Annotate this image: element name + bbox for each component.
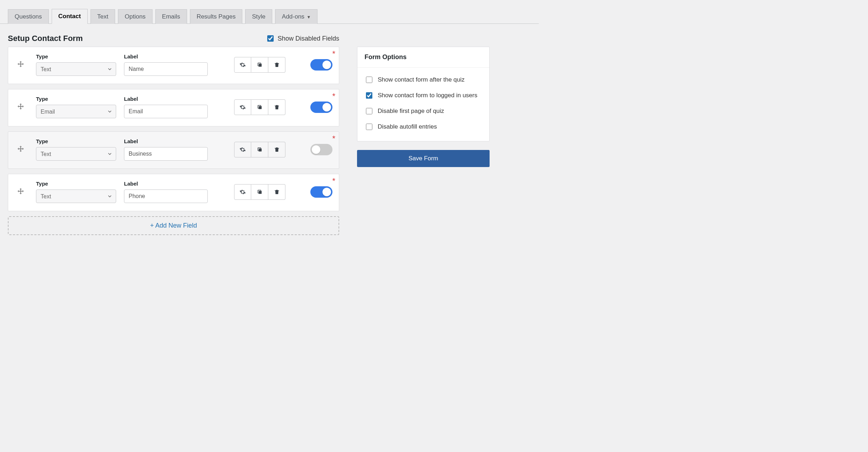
duplicate-button[interactable] <box>251 142 268 157</box>
type-header: Type <box>36 138 116 144</box>
drag-handle-icon[interactable] <box>13 103 28 112</box>
copy-icon <box>257 146 263 153</box>
add-new-field-button[interactable]: + Add New Field <box>8 216 339 235</box>
label-column: Label <box>124 181 208 203</box>
form-option-checkbox[interactable] <box>366 108 372 114</box>
duplicate-button[interactable] <box>251 99 268 115</box>
type-column: TypeTextEmail <box>36 138 116 161</box>
gear-icon <box>239 62 246 68</box>
label-header: Label <box>124 53 208 59</box>
form-option[interactable]: Show contact form to logged in users <box>365 88 482 103</box>
drag-handle-icon[interactable] <box>13 145 28 154</box>
type-header: Type <box>36 181 116 187</box>
form-options-sidebar: Form Options Show contact form after the… <box>357 47 490 167</box>
row-actions <box>234 184 332 200</box>
required-icon: * <box>332 92 335 100</box>
row-actions <box>234 57 332 73</box>
label-header: Label <box>124 96 208 102</box>
trash-icon <box>274 62 280 68</box>
form-option[interactable]: Show contact form after the quiz <box>365 72 482 88</box>
type-column: TypeTextEmail <box>36 181 116 203</box>
settings-button[interactable] <box>234 142 251 157</box>
delete-button[interactable] <box>268 184 285 200</box>
page-title: Setup Contact Form <box>8 34 83 43</box>
show-disabled-label: Show Disabled Fields <box>278 35 339 42</box>
save-form-button[interactable]: Save Form <box>357 150 490 167</box>
label-input[interactable] <box>124 105 208 118</box>
type-select[interactable]: TextEmail <box>36 147 116 161</box>
form-option-checkbox[interactable] <box>366 124 372 130</box>
tab-style[interactable]: Style <box>245 9 272 24</box>
type-header: Type <box>36 96 116 102</box>
toggle-knob <box>322 188 331 196</box>
tab-contact[interactable]: Contact <box>52 9 88 24</box>
show-disabled-toggle[interactable]: Show Disabled Fields <box>266 34 339 43</box>
enable-toggle[interactable] <box>310 102 332 113</box>
enable-toggle[interactable] <box>310 144 332 155</box>
trash-icon <box>274 104 280 110</box>
settings-button[interactable] <box>234 99 251 115</box>
type-header: Type <box>36 53 116 59</box>
tab-add-ons[interactable]: Add-ons▼ <box>275 9 317 24</box>
form-option-label: Disable first page of quiz <box>378 108 444 115</box>
label-input[interactable] <box>124 147 208 161</box>
toggle-knob <box>322 103 331 111</box>
form-option-label: Show contact form to logged in users <box>378 92 477 99</box>
form-option-checkbox[interactable] <box>366 92 372 99</box>
copy-icon <box>257 104 263 110</box>
form-option[interactable]: Disable autofill entries <box>365 119 482 135</box>
label-input[interactable] <box>124 189 208 203</box>
form-options-card: Form Options Show contact form after the… <box>357 47 490 141</box>
tab-questions[interactable]: Questions <box>8 9 49 24</box>
required-icon: * <box>332 50 335 58</box>
action-button-group <box>234 99 285 115</box>
form-option[interactable]: Disable first page of quiz <box>365 103 482 119</box>
form-option-label: Disable autofill entries <box>378 123 437 130</box>
page-head: Setup Contact Form Show Disabled Fields <box>8 34 339 43</box>
trash-icon <box>274 189 280 195</box>
drag-handle-icon[interactable] <box>13 187 28 197</box>
settings-button[interactable] <box>234 57 251 73</box>
field-row: *TypeTextEmailLabel <box>8 174 339 211</box>
tab-results-pages[interactable]: Results Pages <box>190 9 243 24</box>
tab-options[interactable]: Options <box>118 9 153 24</box>
label-header: Label <box>124 181 208 187</box>
delete-button[interactable] <box>268 99 285 115</box>
row-actions <box>234 99 332 115</box>
caret-down-icon: ▼ <box>306 15 311 20</box>
toggle-knob <box>322 61 331 69</box>
tab-text[interactable]: Text <box>91 9 115 24</box>
copy-icon <box>257 62 263 68</box>
row-actions <box>234 142 332 157</box>
duplicate-button[interactable] <box>251 57 268 73</box>
trash-icon <box>274 146 280 153</box>
enable-toggle[interactable] <box>310 186 332 198</box>
duplicate-button[interactable] <box>251 184 268 200</box>
fields-list: *TypeTextEmailLabel*TypeTextEmailLabel*T… <box>8 47 339 235</box>
action-button-group <box>234 57 285 73</box>
tabs: QuestionsContactTextOptionsEmailsResults… <box>0 0 539 24</box>
delete-button[interactable] <box>268 142 285 157</box>
type-select[interactable]: TextEmail <box>36 62 116 76</box>
type-select[interactable]: TextEmail <box>36 105 116 118</box>
form-option-checkbox[interactable] <box>366 77 372 83</box>
field-row: *TypeTextEmailLabel <box>8 47 339 84</box>
type-column: TypeTextEmail <box>36 96 116 118</box>
label-input[interactable] <box>124 62 208 76</box>
toggle-knob <box>312 145 320 154</box>
settings-button[interactable] <box>234 184 251 200</box>
required-icon: * <box>332 135 335 142</box>
label-column: Label <box>124 53 208 76</box>
form-options-title: Form Options <box>357 47 489 68</box>
label-column: Label <box>124 96 208 118</box>
copy-icon <box>257 189 263 195</box>
action-button-group <box>234 142 285 157</box>
type-select[interactable]: TextEmail <box>36 189 116 203</box>
delete-button[interactable] <box>268 57 285 73</box>
enable-toggle[interactable] <box>310 59 332 71</box>
show-disabled-checkbox[interactable] <box>267 35 274 42</box>
form-options-body: Show contact form after the quizShow con… <box>357 68 489 141</box>
gear-icon <box>239 189 246 195</box>
drag-handle-icon[interactable] <box>13 60 28 69</box>
tab-emails[interactable]: Emails <box>155 9 187 24</box>
